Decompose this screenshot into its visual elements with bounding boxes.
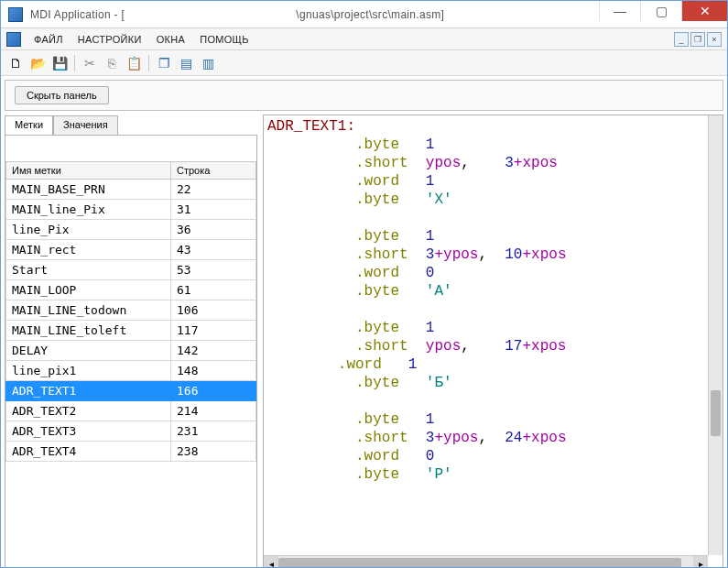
label-name-cell: line_Pix xyxy=(6,220,171,240)
save-file-icon[interactable]: 💾 xyxy=(50,54,69,72)
tile-h-icon[interactable]: ▤ xyxy=(177,54,195,72)
label-name-cell: ADR_TEXT1 xyxy=(6,381,171,401)
label-line-cell: 142 xyxy=(171,341,256,361)
window-title: MDI Application - [ \gnuas\project\src\m… xyxy=(30,8,599,21)
label-line-cell: 53 xyxy=(171,260,256,280)
scroll-right-icon[interactable]: ▸ xyxy=(693,556,708,568)
hide-panel-button[interactable]: Скрыть панель xyxy=(15,86,109,104)
table-row[interactable]: MAIN_LOOP61 xyxy=(6,280,256,300)
table-row[interactable]: ADR_TEXT1166 xyxy=(6,381,256,401)
cascade-icon[interactable]: ❐ xyxy=(155,54,173,72)
table-row[interactable]: MAIN_line_Pix31 xyxy=(6,200,256,220)
col-label-name[interactable]: Имя метки xyxy=(6,162,171,180)
table-row[interactable]: MAIN_rect43 xyxy=(6,240,256,260)
labels-table: Имя метки Строка MAIN_BASE_PRN22MAIN_lin… xyxy=(5,161,256,462)
label-name-cell: DELAY xyxy=(6,341,171,361)
tile-v-icon[interactable]: ▥ xyxy=(199,54,217,72)
vertical-scrollbar[interactable] xyxy=(708,115,723,555)
label-line-cell: 43 xyxy=(171,240,256,260)
maximize-button[interactable]: ▢ xyxy=(640,1,681,21)
label-name-cell: MAIN_rect xyxy=(6,240,171,260)
label-name-cell: MAIN_LINE_toleft xyxy=(6,321,171,341)
toolbar-separator xyxy=(148,55,149,71)
label-line-cell: 36 xyxy=(171,220,256,240)
scroll-thumb[interactable] xyxy=(278,558,681,568)
titlebar: MDI Application - [ \gnuas\project\src\m… xyxy=(1,1,727,28)
label-name-cell: ADR_TEXT3 xyxy=(6,421,171,442)
menu-settings[interactable]: НАСТРОЙКИ xyxy=(71,34,149,45)
menu-help[interactable]: ПОМОЩЬ xyxy=(192,34,256,45)
scroll-thumb[interactable] xyxy=(711,390,721,436)
menu-file[interactable]: ФАЙЛ xyxy=(27,34,71,45)
copy-icon[interactable]: ⎘ xyxy=(103,54,121,72)
tab-labels[interactable]: Метки xyxy=(5,115,53,136)
table-row[interactable]: line_pix1148 xyxy=(6,361,256,381)
table-row[interactable]: MAIN_LINE_todown106 xyxy=(6,300,256,321)
minimize-button[interactable]: — xyxy=(599,1,640,21)
label-name-cell: ADR_TEXT2 xyxy=(6,401,171,421)
panel-toggle-row: Скрыть панель xyxy=(5,80,723,111)
table-row[interactable]: ADR_TEXT3231 xyxy=(6,421,256,442)
label-name-cell: MAIN_BASE_PRN xyxy=(6,180,171,200)
label-line-cell: 22 xyxy=(171,180,256,200)
code-editor[interactable]: ADR_TEXT1: .byte 1 .short ypos, 3+xpos .… xyxy=(263,115,723,568)
menu-windows[interactable]: ОКНА xyxy=(149,34,192,45)
table-row[interactable]: ADR_TEXT4238 xyxy=(6,442,256,462)
toolbar: 🗋 📂 💾 ✂ ⎘ 📋 ❐ ▤ ▥ xyxy=(1,50,727,76)
app-icon xyxy=(8,7,23,22)
label-line-cell: 106 xyxy=(171,300,256,321)
label-name-cell: ADR_TEXT4 xyxy=(6,442,171,462)
label-name-cell: MAIN_LOOP xyxy=(6,280,171,300)
mdi-restore-button[interactable]: ❐ xyxy=(690,32,705,47)
label-line-cell: 214 xyxy=(171,401,256,421)
label-name-cell: line_pix1 xyxy=(6,361,171,381)
col-line[interactable]: Строка xyxy=(171,162,256,180)
scroll-left-icon[interactable]: ◂ xyxy=(264,556,278,568)
label-name-cell: MAIN_line_Pix xyxy=(6,200,171,220)
paste-icon[interactable]: 📋 xyxy=(125,54,143,72)
mdi-close-button[interactable]: × xyxy=(707,32,722,47)
label-line-cell: 148 xyxy=(171,361,256,381)
open-file-icon[interactable]: 📂 xyxy=(28,54,47,72)
close-button[interactable]: ✕ xyxy=(681,1,727,21)
toolbar-separator xyxy=(74,55,75,71)
menubar: ФАЙЛ НАСТРОЙКИ ОКНА ПОМОЩЬ _ ❐ × xyxy=(1,28,727,50)
label-name-cell: Start xyxy=(6,260,171,280)
horizontal-scrollbar[interactable]: ◂ ▸ xyxy=(264,555,708,568)
table-row[interactable]: line_Pix36 xyxy=(6,220,256,240)
label-line-cell: 166 xyxy=(171,381,256,401)
app-menu-icon xyxy=(6,32,21,47)
mdi-minimize-button[interactable]: _ xyxy=(674,32,689,47)
label-name-cell: MAIN_LINE_todown xyxy=(6,300,171,321)
label-line-cell: 117 xyxy=(171,321,256,341)
cut-icon[interactable]: ✂ xyxy=(81,54,99,72)
table-row[interactable]: MAIN_LINE_toleft117 xyxy=(6,321,256,341)
label-line-cell: 231 xyxy=(171,421,256,442)
table-row[interactable]: MAIN_BASE_PRN22 xyxy=(6,180,256,200)
label-line-cell: 238 xyxy=(171,442,256,462)
label-line-cell: 31 xyxy=(171,200,256,220)
labels-panel: Метки Значения Имя метки Строка MAIN_BAS… xyxy=(5,115,257,568)
table-row[interactable]: Start53 xyxy=(6,260,256,280)
tab-values[interactable]: Значения xyxy=(53,115,118,136)
label-line-cell: 61 xyxy=(171,280,256,300)
table-row[interactable]: ADR_TEXT2214 xyxy=(6,401,256,421)
new-file-icon[interactable]: 🗋 xyxy=(6,54,25,72)
table-row[interactable]: DELAY142 xyxy=(6,341,256,361)
